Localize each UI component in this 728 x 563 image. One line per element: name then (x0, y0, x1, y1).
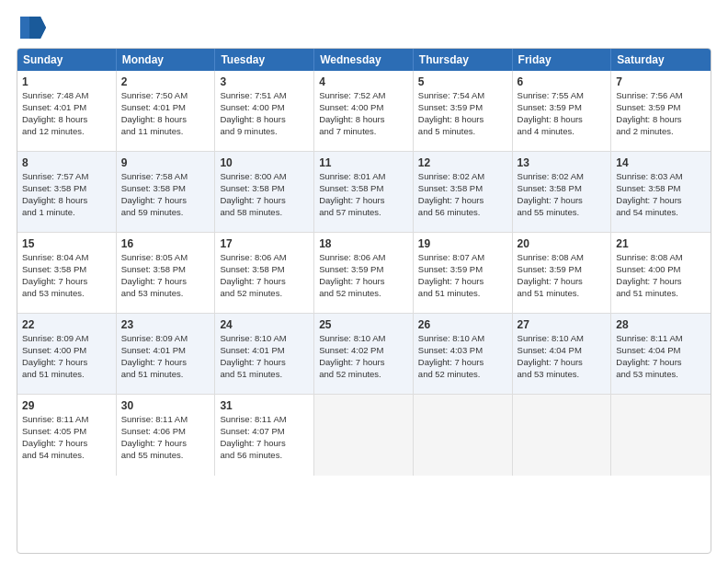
day-info-line-3: Daylight: 7 hours (616, 357, 706, 369)
day-info-line-4: and 52 minutes. (220, 288, 309, 300)
header-day-tuesday: Tuesday (215, 49, 314, 71)
day-info-line-4: and 51 minutes. (418, 288, 507, 300)
day-info-line-1: Sunrise: 8:06 AM (319, 252, 408, 264)
day-info-line-4: and 56 minutes. (418, 207, 507, 219)
day-info-line-1: Sunrise: 8:07 AM (418, 252, 507, 264)
day-info-line-4: and 7 minutes. (319, 126, 408, 138)
day-info-line-1: Sunrise: 8:10 AM (418, 333, 507, 345)
day-info-line-3: Daylight: 7 hours (22, 438, 111, 450)
day-info-line-2: Sunset: 3:58 PM (418, 183, 507, 195)
day-info-line-2: Sunset: 3:58 PM (220, 183, 309, 195)
calendar: SundayMondayTuesdayWednesdayThursdayFrid… (17, 48, 711, 554)
day-info-line-3: Daylight: 7 hours (22, 276, 111, 288)
day-info-line-2: Sunset: 4:00 PM (319, 102, 408, 114)
day-info-line-1: Sunrise: 8:02 AM (418, 171, 507, 183)
day-cell-10: 10Sunrise: 8:00 AMSunset: 3:58 PMDayligh… (215, 152, 314, 232)
day-cell-16: 16Sunrise: 8:05 AMSunset: 3:58 PMDayligh… (117, 233, 216, 313)
day-info-line-4: and 53 minutes. (616, 369, 706, 381)
day-number: 26 (418, 317, 507, 332)
day-info-line-4: and 53 minutes. (121, 288, 210, 300)
day-info-line-2: Sunset: 4:06 PM (121, 426, 210, 438)
day-info-line-2: Sunset: 3:59 PM (518, 102, 607, 114)
day-number: 6 (518, 75, 607, 89)
day-info-line-3: Daylight: 7 hours (418, 195, 507, 207)
day-cell-26: 26Sunrise: 8:10 AMSunset: 4:03 PMDayligh… (414, 314, 513, 394)
day-cell-20: 20Sunrise: 8:08 AMSunset: 3:59 PMDayligh… (513, 233, 612, 313)
day-info-line-2: Sunset: 3:59 PM (319, 264, 408, 276)
day-info-line-2: Sunset: 3:58 PM (319, 183, 408, 195)
day-info-line-4: and 52 minutes. (418, 369, 507, 381)
day-info-line-3: Daylight: 7 hours (616, 195, 706, 207)
day-cell-19: 19Sunrise: 8:07 AMSunset: 3:59 PMDayligh… (414, 233, 513, 313)
empty-cell (513, 395, 612, 476)
day-info-line-1: Sunrise: 8:09 AM (22, 333, 111, 345)
header-day-saturday: Saturday (611, 49, 711, 71)
day-cell-28: 28Sunrise: 8:11 AMSunset: 4:04 PMDayligh… (611, 314, 711, 394)
day-number: 5 (418, 75, 507, 89)
week-row-1: 1Sunrise: 7:48 AMSunset: 4:01 PMDaylight… (17, 71, 711, 152)
week-row-5: 29Sunrise: 8:11 AMSunset: 4:05 PMDayligh… (17, 395, 711, 476)
day-cell-7: 7Sunrise: 7:56 AMSunset: 3:59 PMDaylight… (611, 71, 711, 151)
day-cell-12: 12Sunrise: 8:02 AMSunset: 3:58 PMDayligh… (414, 152, 513, 232)
empty-cell (314, 395, 414, 476)
day-info-line-1: Sunrise: 7:51 AM (220, 90, 309, 102)
day-info-line-1: Sunrise: 8:09 AM (121, 333, 210, 345)
day-info-line-3: Daylight: 7 hours (319, 357, 408, 369)
day-info-line-1: Sunrise: 8:10 AM (220, 333, 309, 345)
day-number: 7 (616, 75, 706, 89)
day-cell-15: 15Sunrise: 8:04 AMSunset: 3:58 PMDayligh… (17, 233, 117, 313)
day-number: 14 (616, 155, 706, 170)
day-cell-18: 18Sunrise: 8:06 AMSunset: 3:59 PMDayligh… (314, 233, 414, 313)
day-cell-29: 29Sunrise: 8:11 AMSunset: 4:05 PMDayligh… (17, 395, 117, 476)
day-info-line-4: and 1 minute. (22, 207, 111, 219)
day-info-line-3: Daylight: 8 hours (22, 114, 111, 126)
day-info-line-1: Sunrise: 8:06 AM (220, 252, 309, 264)
day-info-line-3: Daylight: 7 hours (220, 438, 309, 450)
day-info-line-2: Sunset: 3:59 PM (518, 264, 607, 276)
day-info-line-1: Sunrise: 8:00 AM (220, 171, 309, 183)
calendar-header: SundayMondayTuesdayWednesdayThursdayFrid… (17, 49, 711, 71)
day-info-line-3: Daylight: 7 hours (22, 357, 111, 369)
day-number: 30 (121, 398, 210, 413)
day-info-line-3: Daylight: 7 hours (121, 438, 210, 450)
day-info-line-2: Sunset: 4:03 PM (418, 345, 507, 357)
day-info-line-1: Sunrise: 8:11 AM (22, 414, 111, 426)
header-day-wednesday: Wednesday (314, 49, 414, 71)
header-day-monday: Monday (117, 49, 216, 71)
day-info-line-3: Daylight: 8 hours (518, 114, 607, 126)
day-info-line-2: Sunset: 4:00 PM (22, 345, 111, 357)
day-info-line-2: Sunset: 4:00 PM (220, 102, 309, 114)
day-info-line-2: Sunset: 3:59 PM (616, 102, 706, 114)
day-info-line-4: and 11 minutes. (121, 126, 210, 138)
day-number: 25 (319, 317, 408, 332)
day-info-line-4: and 2 minutes. (616, 126, 706, 138)
logo-icon (18, 15, 48, 40)
day-info-line-2: Sunset: 4:05 PM (22, 426, 111, 438)
empty-cell (414, 395, 513, 476)
day-number: 8 (22, 155, 111, 170)
day-cell-8: 8Sunrise: 7:57 AMSunset: 3:58 PMDaylight… (17, 152, 117, 232)
day-info-line-4: and 51 minutes. (121, 369, 210, 381)
day-info-line-4: and 4 minutes. (518, 126, 607, 138)
day-info-line-2: Sunset: 3:59 PM (418, 264, 507, 276)
day-info-line-1: Sunrise: 8:05 AM (121, 252, 210, 264)
day-cell-24: 24Sunrise: 8:10 AMSunset: 4:01 PMDayligh… (215, 314, 314, 394)
day-info-line-3: Daylight: 8 hours (616, 114, 706, 126)
day-info-line-1: Sunrise: 8:01 AM (319, 171, 408, 183)
day-number: 19 (418, 236, 507, 251)
day-number: 15 (22, 236, 111, 251)
day-cell-11: 11Sunrise: 8:01 AMSunset: 3:58 PMDayligh… (314, 152, 414, 232)
day-number: 31 (220, 398, 309, 413)
day-info-line-1: Sunrise: 8:04 AM (22, 252, 111, 264)
day-info-line-4: and 54 minutes. (22, 450, 111, 462)
day-cell-27: 27Sunrise: 8:10 AMSunset: 4:04 PMDayligh… (513, 314, 612, 394)
day-info-line-4: and 58 minutes. (220, 207, 309, 219)
day-cell-2: 2Sunrise: 7:50 AMSunset: 4:01 PMDaylight… (117, 71, 216, 151)
day-number: 2 (121, 75, 210, 89)
day-info-line-2: Sunset: 3:58 PM (22, 183, 111, 195)
page: SundayMondayTuesdayWednesdayThursdayFrid… (0, 0, 728, 563)
day-cell-23: 23Sunrise: 8:09 AMSunset: 4:01 PMDayligh… (117, 314, 216, 394)
day-number: 16 (121, 236, 210, 251)
day-info-line-1: Sunrise: 7:55 AM (518, 90, 607, 102)
day-info-line-1: Sunrise: 8:10 AM (518, 333, 607, 345)
